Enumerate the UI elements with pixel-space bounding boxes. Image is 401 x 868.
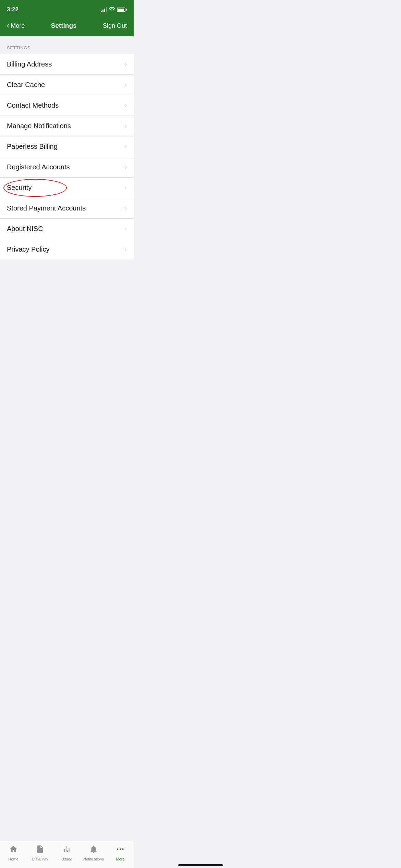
settings-section-header: SETTINGS <box>0 36 134 54</box>
security-chevron-icon: › <box>125 184 127 191</box>
nav-title: Settings <box>25 22 103 29</box>
settings-item-security[interactable]: Security › <box>0 178 134 198</box>
about-nisc-chevron-icon: › <box>125 225 127 232</box>
contact-methods-label: Contact Methods <box>7 101 59 109</box>
back-label: More <box>11 22 25 29</box>
settings-item-privacy-policy[interactable]: Privacy Policy › <box>0 239 134 260</box>
settings-item-paperless-billing[interactable]: Paperless Billing › <box>0 136 134 157</box>
settings-item-contact-methods[interactable]: Contact Methods › <box>0 95 134 116</box>
section-header-text: SETTINGS <box>7 45 31 50</box>
sign-out-button[interactable]: Sign Out <box>103 22 127 29</box>
status-bar: 3:22 <box>0 0 134 17</box>
billing-address-label: Billing Address <box>7 60 52 68</box>
registered-accounts-chevron-icon: › <box>125 164 127 171</box>
status-icons <box>101 7 127 12</box>
clear-cache-label: Clear Cache <box>7 81 45 89</box>
manage-notifications-label: Manage Notifications <box>7 122 71 130</box>
settings-item-clear-cache[interactable]: Clear Cache › <box>0 75 134 95</box>
signal-icon <box>101 7 107 12</box>
settings-item-stored-payment-accounts[interactable]: Stored Payment Accounts › <box>0 198 134 219</box>
clear-cache-chevron-icon: › <box>125 81 127 88</box>
stored-payment-accounts-chevron-icon: › <box>125 205 127 212</box>
settings-item-about-nisc[interactable]: About NISC › <box>0 219 134 239</box>
billing-address-chevron-icon: › <box>125 61 127 68</box>
security-label: Security <box>7 184 32 192</box>
battery-icon <box>117 8 127 12</box>
settings-item-manage-notifications[interactable]: Manage Notifications › <box>0 116 134 136</box>
status-time: 3:22 <box>7 6 19 13</box>
paperless-billing-label: Paperless Billing <box>7 143 58 150</box>
stored-payment-accounts-label: Stored Payment Accounts <box>7 204 86 212</box>
paperless-billing-chevron-icon: › <box>125 143 127 150</box>
contact-methods-chevron-icon: › <box>125 102 127 109</box>
manage-notifications-chevron-icon: › <box>125 122 127 130</box>
settings-item-registered-accounts[interactable]: Registered Accounts › <box>0 157 134 178</box>
wifi-icon <box>109 7 115 12</box>
page-content: SETTINGS Billing Address › Clear Cache ›… <box>0 36 134 294</box>
back-chevron-icon: ‹ <box>7 22 9 29</box>
settings-item-billing-address[interactable]: Billing Address › <box>0 54 134 75</box>
back-button[interactable]: ‹ More <box>7 22 25 29</box>
registered-accounts-label: Registered Accounts <box>7 163 70 171</box>
privacy-policy-chevron-icon: › <box>125 246 127 253</box>
about-nisc-label: About NISC <box>7 225 43 233</box>
nav-bar: ‹ More Settings Sign Out <box>0 17 134 36</box>
settings-list: Billing Address › Clear Cache › Contact … <box>0 54 134 260</box>
privacy-policy-label: Privacy Policy <box>7 245 49 253</box>
